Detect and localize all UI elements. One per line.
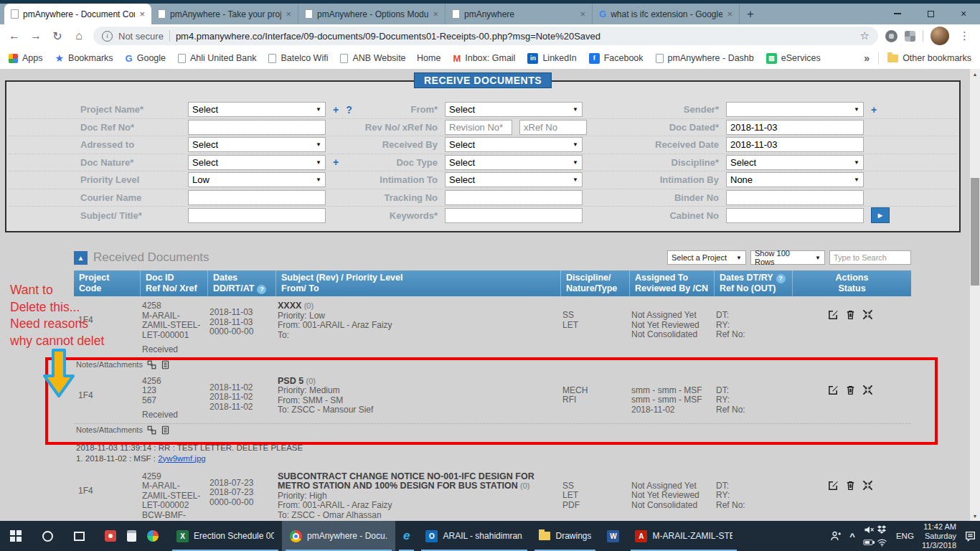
task-view-button[interactable] xyxy=(63,521,95,551)
binder-no-input[interactable] xyxy=(726,190,864,205)
subject-title-input[interactable] xyxy=(188,208,326,223)
tab-take-your-project[interactable]: pmAnywhere - Take your proje × xyxy=(151,4,298,24)
bookmark-facebook[interactable]: fFacebook xyxy=(589,53,644,64)
bookmark-bookmarks[interactable]: ★Bookmarks xyxy=(55,52,113,64)
help-icon[interactable]: ? xyxy=(776,274,786,283)
window-close-button[interactable]: × xyxy=(947,4,980,24)
col-header-subject[interactable]: Subject (Rev) / Priority LevelFrom/ To xyxy=(276,270,561,296)
col-header-discipline[interactable]: Discipline/Nature/Type xyxy=(561,270,630,296)
revision-no-input[interactable] xyxy=(445,120,512,135)
calculator-icon[interactable] xyxy=(127,530,136,542)
from-select[interactable]: Select▼ xyxy=(445,102,583,117)
edit-icon[interactable] xyxy=(828,480,839,491)
action-center-icon[interactable] xyxy=(964,530,976,542)
tab-close-icon[interactable]: × xyxy=(580,9,585,19)
notes-document-icon[interactable] xyxy=(161,425,170,435)
cortana-button[interactable] xyxy=(32,521,63,551)
window-maximize-button[interactable] xyxy=(914,4,947,24)
collapse-row-icon[interactable] xyxy=(862,480,873,491)
doc-dated-input[interactable] xyxy=(726,120,864,135)
delete-icon[interactable] xyxy=(845,385,856,395)
received-date-input[interactable] xyxy=(726,137,864,152)
intimation-by-select[interactable]: None▼ xyxy=(726,172,864,187)
tab-close-icon[interactable]: × xyxy=(727,9,732,19)
sender-select[interactable]: ▼ xyxy=(726,102,864,117)
rows-filter-select[interactable]: Show 100 Rows▼ xyxy=(750,250,825,265)
taskbar-button-word[interactable]: W xyxy=(599,521,627,551)
submit-button[interactable]: ► xyxy=(871,207,890,223)
col-header-doc-id[interactable]: Doc IDRef No/ Xref xyxy=(141,270,208,296)
tab-document-control[interactable]: pmAnywhere - Document Con × xyxy=(4,4,151,24)
profile-avatar[interactable] xyxy=(930,27,949,45)
scroll-down-icon[interactable]: ▼ xyxy=(970,511,980,521)
clock[interactable]: 11:42 AM Saturday 11/3/2018 xyxy=(922,522,956,550)
attachment-image-icon[interactable] xyxy=(147,425,156,435)
bookmark-star-icon[interactable]: ☆ xyxy=(860,29,870,42)
scrollbar-thumb[interactable] xyxy=(971,178,979,286)
bookmark-linkedin[interactable]: inLinkedIn xyxy=(527,53,576,64)
xref-no-input[interactable] xyxy=(519,120,587,135)
window-minimize-button[interactable] xyxy=(881,4,914,24)
tab-pmanywhere[interactable]: pmAnywhere × xyxy=(446,4,593,24)
bookmark-gmail[interactable]: MInbox: Gmail xyxy=(453,53,515,64)
attachment-link[interactable]: 2yw9wmf.jpg xyxy=(158,454,205,463)
bookmark-google[interactable]: GGoogle xyxy=(126,53,166,64)
taskbar-button-outlook[interactable]: O ARAIL - shahidimran.... xyxy=(418,521,531,551)
doc-type-select[interactable]: Select▼ xyxy=(445,155,583,170)
table-search-input[interactable] xyxy=(829,250,911,265)
language-indicator[interactable]: ENG xyxy=(896,532,914,540)
tab-google-search[interactable]: G what is ifc extension - Google × xyxy=(593,4,740,24)
priority-level-select[interactable]: Low▼ xyxy=(188,172,326,187)
battery-icon[interactable] xyxy=(863,539,875,546)
tray-expand-icon[interactable]: ^ xyxy=(849,531,855,542)
bookmark-ahli-united-bank[interactable]: Ahli United Bank xyxy=(178,53,256,63)
new-tab-button[interactable]: + xyxy=(740,4,761,24)
bookmark-pmanywhere-dashboard[interactable]: pmAnywhere - Dashb xyxy=(656,53,754,63)
project-filter-select[interactable]: Select a Project▼ xyxy=(667,250,746,265)
doc-nature-select[interactable]: Select▼ xyxy=(188,155,326,170)
browser-menu-icon[interactable]: ⋮ xyxy=(956,29,973,42)
url-text[interactable]: pm4.pmanywhere.co/Interface/09-documents… xyxy=(176,31,854,42)
wifi-icon[interactable] xyxy=(877,538,887,547)
forward-icon[interactable]: → xyxy=(29,29,43,42)
extension-icon[interactable] xyxy=(885,30,897,42)
taskbar-button-pdf[interactable]: A M-ARAIL-ZAMIL-STE... xyxy=(627,521,740,551)
tracking-no-input[interactable] xyxy=(445,190,583,205)
people-icon[interactable] xyxy=(830,530,842,542)
edit-icon[interactable] xyxy=(828,385,839,395)
info-icon[interactable]: i xyxy=(102,31,113,42)
col-header-assigned-to[interactable]: Assigned ToReviewed By /CN xyxy=(630,270,715,296)
cabinet-no-input[interactable] xyxy=(726,208,864,223)
url-field[interactable]: i Not secure pm4.pmanywhere.co/Interface… xyxy=(93,27,878,45)
notes-document-icon[interactable] xyxy=(161,360,170,369)
doc-ref-no-input[interactable] xyxy=(188,120,326,135)
volume-muted-icon[interactable] xyxy=(864,525,875,534)
collapse-section-icon[interactable]: ▲ xyxy=(74,251,88,265)
bookmark-batelco-wifi[interactable]: Batelco Wifi xyxy=(268,53,328,63)
home-icon[interactable]: ⌂ xyxy=(72,29,86,42)
attachment-image-icon[interactable] xyxy=(147,360,156,369)
bookmark-apps[interactable]: Apps xyxy=(9,53,43,63)
extension-icon[interactable] xyxy=(905,31,915,42)
edit-icon[interactable] xyxy=(828,309,839,320)
dropbox-icon[interactable] xyxy=(877,524,887,534)
adressed-to-select[interactable]: Select▼ xyxy=(188,137,326,152)
page-scrollbar[interactable]: ▲ ▼ xyxy=(970,69,980,521)
paint-icon[interactable] xyxy=(147,530,159,542)
help-icon[interactable]: ? xyxy=(257,285,266,294)
taskbar-button-chrome[interactable]: pmAnywhere - Docu... xyxy=(282,521,395,551)
tab-close-icon[interactable]: × xyxy=(433,9,438,19)
collapse-row-icon[interactable] xyxy=(862,309,873,320)
col-header-dates[interactable]: DatesDD/RT/AT? xyxy=(208,270,276,296)
delete-icon[interactable] xyxy=(845,309,856,320)
keywords-input[interactable] xyxy=(445,208,583,223)
taskbar-button-ie[interactable]: e xyxy=(395,521,418,551)
pinned-app-icon[interactable] xyxy=(105,530,116,542)
col-header-dates-dt-ry[interactable]: Dates DT/RY?Ref No (OUT) xyxy=(715,270,793,296)
discipline-select[interactable]: Select▼ xyxy=(726,155,864,170)
received-by-select[interactable]: Select▼ xyxy=(445,137,583,152)
taskbar-button-excel[interactable]: X Erection Schedule 00... xyxy=(169,521,282,551)
intimation-to-select[interactable]: Select▼ xyxy=(445,172,583,187)
bookmark-anb-website[interactable]: ANB Website Home xyxy=(340,53,440,63)
back-icon[interactable]: ← xyxy=(7,29,22,42)
